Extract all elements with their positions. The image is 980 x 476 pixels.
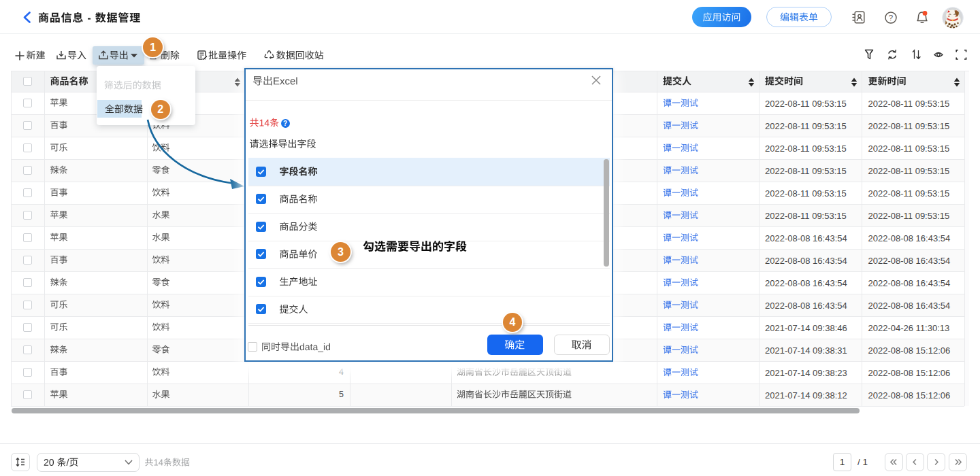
svg-text:?: ? <box>889 14 893 22</box>
